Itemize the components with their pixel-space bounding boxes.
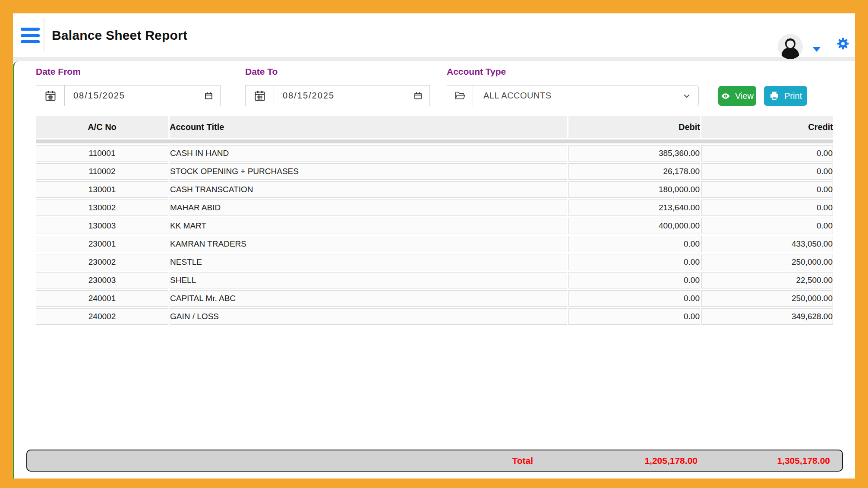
page-title: Balance Sheet Report <box>52 28 187 43</box>
header-bottom-strip <box>13 57 855 61</box>
table-row[interactable]: 230001 KAMRAN TRADERS 0.00 433,050.00 <box>36 236 833 252</box>
view-button[interactable]: View <box>718 86 756 106</box>
cell-account-title: CASH TRANSCATION <box>170 181 567 198</box>
cell-credit: 349,628.00 <box>701 308 833 325</box>
date-to-input[interactable]: 08/15/2025 <box>274 85 430 106</box>
cell-ac-no: 130003 <box>36 218 168 234</box>
cell-credit: 22,500.00 <box>701 272 833 288</box>
view-button-label: View <box>735 91 754 101</box>
cell-credit: 250,000.00 <box>701 290 833 307</box>
cell-debit: 0.00 <box>568 290 700 307</box>
cell-credit: 0.00 <box>701 200 833 216</box>
table-row[interactable]: 230002 NESTLE 0.00 250,000.00 <box>36 254 833 270</box>
cell-account-title: MAHAR ABID <box>170 200 567 216</box>
top-bar: Balance Sheet Report <box>13 13 855 57</box>
cell-debit: 26,178.00 <box>568 163 700 180</box>
caret-down-icon[interactable] <box>813 47 821 52</box>
print-button[interactable]: Print <box>764 86 807 106</box>
date-from-value: 08/15/2025 <box>73 91 204 101</box>
cell-debit: 385,360.00 <box>568 145 700 162</box>
cell-account-title: CAPITAL Mr. ABC <box>170 290 567 307</box>
eye-icon <box>721 91 730 101</box>
cell-ac-no: 240002 <box>36 308 168 325</box>
print-button-label: Print <box>784 91 802 101</box>
avatar-person-icon <box>778 34 803 59</box>
cell-ac-no: 130002 <box>36 200 168 216</box>
table-row[interactable]: 110002 STOCK OPENING + PURCHASES 26,178.… <box>36 163 833 180</box>
cell-ac-no: 230001 <box>36 236 168 252</box>
table-header-row: A/C No Account Title Debit Credit <box>36 116 833 138</box>
header-divider <box>44 18 44 52</box>
avatar[interactable] <box>778 34 803 59</box>
cell-account-title: GAIN / LOSS <box>170 308 567 325</box>
column-header-credit[interactable]: Credit <box>701 116 833 138</box>
table-row[interactable]: 110001 CASH IN HAND 385,360.00 0.00 <box>36 145 833 162</box>
column-header-acno[interactable]: A/C No <box>36 116 168 138</box>
cell-ac-no: 230002 <box>36 254 168 270</box>
column-header-account-title[interactable]: Account Title <box>170 116 567 138</box>
total-debit: 1,205,178.00 <box>644 456 698 466</box>
cell-ac-no: 130001 <box>36 181 168 198</box>
cell-credit: 0.00 <box>701 218 833 234</box>
cell-debit: 0.00 <box>568 308 700 325</box>
header-spacer-row <box>36 139 833 143</box>
cell-account-title: NESTLE <box>170 254 567 270</box>
cell-account-title: CASH IN HAND <box>170 145 567 162</box>
total-label: Total <box>512 456 533 466</box>
cell-debit: 180,000.00 <box>568 181 700 198</box>
cell-credit: 0.00 <box>701 181 833 198</box>
printer-icon <box>769 91 780 101</box>
cell-debit: 0.00 <box>568 236 700 252</box>
date-to-value: 08/15/2025 <box>283 91 413 101</box>
table-row[interactable]: 130001 CASH TRANSCATION 180,000.00 0.00 <box>36 181 833 198</box>
cell-credit: 0.00 <box>701 145 833 162</box>
report-panel: Date From Date To Account Type 08/15/202… <box>13 61 855 478</box>
cell-account-title: KK MART <box>170 218 567 234</box>
cell-ac-no: 240001 <box>36 290 168 307</box>
date-from-group: 08/15/2025 <box>36 85 221 106</box>
total-credit: 1,305,178.00 <box>777 456 830 466</box>
cell-account-title: SHELL <box>170 272 567 288</box>
date-from-label: Date From <box>36 67 81 77</box>
cell-debit: 0.00 <box>568 254 700 270</box>
table-row[interactable]: 240002 GAIN / LOSS 0.00 349,628.00 <box>36 308 833 325</box>
menu-icon[interactable] <box>21 28 40 43</box>
cell-debit: 213,640.00 <box>568 200 700 216</box>
cell-account-title: KAMRAN TRADERS <box>170 236 567 252</box>
cell-credit: 433,050.00 <box>701 236 833 252</box>
cell-debit: 0.00 <box>568 272 700 288</box>
cell-debit: 400,000.00 <box>568 218 700 234</box>
cell-ac-no: 110001 <box>36 145 168 162</box>
column-header-debit[interactable]: Debit <box>568 116 700 138</box>
table-row[interactable]: 130002 MAHAR ABID 213,640.00 0.00 <box>36 200 833 216</box>
app-window: Balance Sheet Report <box>13 13 855 478</box>
date-to-label: Date To <box>245 67 278 77</box>
table-row[interactable]: 230003 SHELL 0.00 22,500.00 <box>36 272 833 288</box>
date-picker-icon[interactable] <box>413 91 423 100</box>
account-type-select[interactable]: ALL ACCOUNTS <box>473 85 699 106</box>
date-from-input[interactable]: 08/15/2025 <box>64 85 221 106</box>
balance-sheet-table: A/C No Account Title Debit Credit 110001… <box>35 114 834 326</box>
cell-ac-no: 110002 <box>36 163 168 180</box>
total-bar: Total 1,205,178.00 1,305,178.00 <box>26 450 843 472</box>
cell-credit: 250,000.00 <box>701 254 833 270</box>
calendar-icon <box>245 85 274 106</box>
date-to-group: 08/15/2025 <box>245 85 430 106</box>
account-type-value: ALL ACCOUNTS <box>483 91 682 101</box>
table-row[interactable]: 240001 CAPITAL Mr. ABC 0.00 250,000.00 <box>36 290 833 307</box>
account-type-group: ALL ACCOUNTS <box>447 85 699 106</box>
account-type-label: Account Type <box>447 67 506 77</box>
cell-credit: 0.00 <box>701 163 833 180</box>
calendar-icon <box>36 85 64 106</box>
gear-icon[interactable] <box>836 36 850 51</box>
folder-open-icon <box>447 85 473 106</box>
cell-ac-no: 230003 <box>36 272 168 288</box>
cell-account-title: STOCK OPENING + PURCHASES <box>170 163 567 180</box>
chevron-down-icon <box>682 91 691 101</box>
date-picker-icon[interactable] <box>204 91 213 100</box>
table-row[interactable]: 130003 KK MART 400,000.00 0.00 <box>36 218 833 234</box>
